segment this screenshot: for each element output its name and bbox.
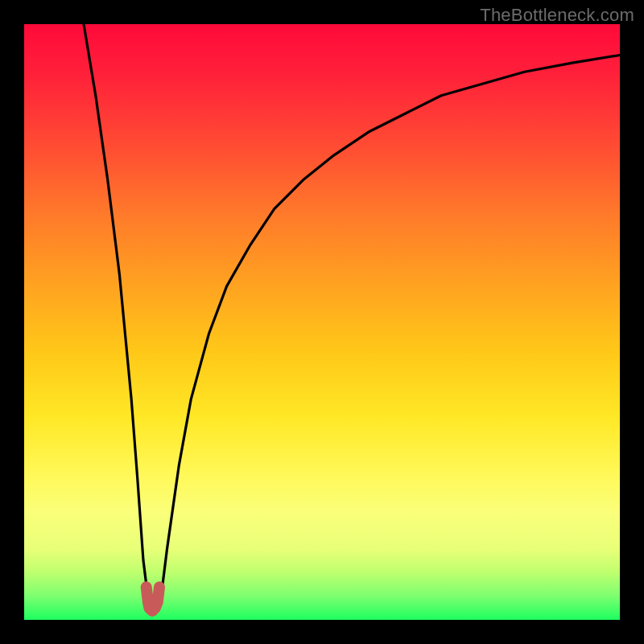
- chart-plot-area: [24, 24, 620, 620]
- optimal-marker-path: [147, 587, 159, 611]
- watermark-text: TheBottleneck.com: [480, 5, 634, 26]
- bottleneck-curve-path: [84, 24, 620, 614]
- chart-svg: [24, 24, 620, 620]
- chart-frame: TheBottleneck.com: [0, 0, 644, 644]
